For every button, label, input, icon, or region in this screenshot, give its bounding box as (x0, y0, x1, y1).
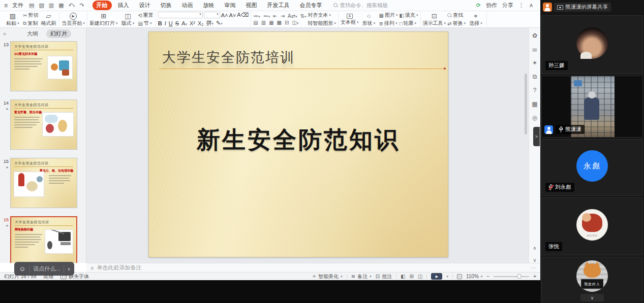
columns-button[interactable]: ◫▾ (292, 20, 298, 25)
font-color-button[interactable]: A▾ (181, 20, 187, 26)
textbox-button[interactable]: A 文本框▾ (341, 14, 359, 25)
tab-outline-view[interactable]: 大纲 (23, 29, 42, 38)
numbering-button[interactable]: ≕▾ (263, 13, 270, 19)
section-button[interactable]: ▤节▾ (138, 20, 153, 27)
share-button[interactable]: 分享 (502, 2, 513, 9)
slide-thumbnail-16-selected[interactable]: 16 ★ 大学生安全防范培训 网络购物诈骗 (2, 216, 83, 263)
tab-view[interactable]: 视图 (242, 1, 261, 10)
normal-view-button[interactable]: ◧ (401, 274, 405, 279)
new-slide-button[interactable]: ⊞ 新建幻灯片▾ (89, 13, 118, 26)
highlight-button[interactable]: ✎▾ (216, 20, 223, 26)
align-text-button[interactable]: 对齐文本▾ (308, 12, 336, 19)
reset-button[interactable]: ⟲重置 (138, 12, 153, 19)
duplicate-panel-icon[interactable]: ⧉ (533, 73, 537, 80)
meeting-chat-bar[interactable]: ☺ 说点什么... ‹ (14, 262, 74, 276)
zoom-slider-knob[interactable] (517, 274, 522, 279)
bold-button[interactable]: B (158, 20, 162, 26)
line-spacing-button[interactable]: ⇅▾ (300, 13, 306, 19)
cut-button[interactable]: ✂剪切 (23, 12, 38, 19)
tab-design[interactable]: 设计 (135, 1, 155, 10)
slide-sorter-view-button[interactable]: ⊞ (410, 274, 414, 279)
bullets-button[interactable]: ≔▾ (253, 13, 260, 19)
format-painter-button[interactable]: ▱ 格式刷 (40, 13, 57, 26)
screen-share-label-chip[interactable]: 熊潇潇的屏幕共享 (554, 3, 611, 12)
participant-tile[interactable]: 孙三媛 (541, 15, 643, 74)
export-icon[interactable]: ▧ (39, 2, 44, 9)
clear-format-button[interactable]: A⌫ (237, 12, 249, 18)
slideshow-play-button[interactable]: ▶ (431, 273, 442, 280)
tab-insert[interactable]: 插入 (114, 1, 133, 10)
next-slide-button[interactable]: ∨ (533, 257, 536, 263)
arrange-button[interactable]: ≣排列▾ (379, 20, 398, 27)
participant-tile-video[interactable]: 熊潇潇 (541, 76, 643, 138)
slide-thumbnail-14[interactable]: 14 ★ 大学生安全防范培训 冒充民警、医生诈骗 (2, 99, 83, 150)
comments-button[interactable]: ⊡批注 (376, 273, 392, 280)
superscript-button[interactable]: X² (190, 20, 195, 26)
increase-indent-button[interactable]: ⇥ (281, 13, 285, 19)
collaborate-button[interactable]: 协作 (486, 2, 497, 9)
notes-toggle-button[interactable]: ≋备注▾ (351, 273, 372, 280)
image-panel-icon[interactable]: ▦ (532, 100, 537, 108)
copy-button[interactable]: ⧉复制 (23, 20, 38, 27)
align-right-button[interactable]: ▦ (269, 20, 273, 25)
notes-more-icon[interactable]: ⋯ (531, 264, 536, 271)
participant-tile[interactable]: 永彪 刘永彪 (541, 139, 643, 196)
font-name-combobox[interactable] (158, 12, 203, 18)
redo-icon[interactable]: ↷ (79, 2, 84, 9)
beautify-panel-icon[interactable]: ✶ (532, 59, 537, 66)
notes-bar[interactable]: ≡ 单击此处添加备注 ⋯ (86, 263, 540, 272)
slide-thumbnail-15[interactable]: 15 ★ 大学生安全防范培训 冒充公、检、法电话诈骗 (2, 158, 83, 208)
web-panel-icon[interactable]: ◎ (532, 114, 537, 121)
layout-button[interactable]: ◫ 版式▾ (119, 13, 136, 26)
slide-editing-canvas[interactable]: 大学生安全防范培训 新生安全防范知识 (86, 28, 529, 263)
slideshow-play-caret[interactable]: ▾ (446, 275, 448, 279)
emoji-icon[interactable]: ☺ (19, 265, 25, 273)
command-search[interactable]: 查找命令、搜索模板 (333, 2, 388, 9)
tab-slides-view[interactable]: 幻灯片 (46, 29, 71, 38)
underline-button[interactable]: U (169, 20, 173, 26)
distribute-button[interactable]: ⊟ (285, 20, 289, 25)
tab-home[interactable]: 开始 (93, 1, 112, 10)
tab-transition[interactable]: 切换 (157, 1, 176, 10)
collapse-panel-button[interactable]: « (3, 30, 6, 37)
slide-title-text[interactable]: 大学生安全防范培训 (162, 48, 295, 66)
replace-button[interactable]: ⇄替换▾ (447, 20, 466, 27)
decrease-indent-button[interactable]: ⇤ (273, 13, 277, 19)
tab-animation[interactable]: 动画 (178, 1, 197, 10)
present-tools-button[interactable]: ⊡ 演示工具▾ (423, 13, 446, 26)
zoom-in-button[interactable]: + (533, 274, 536, 279)
hamburger-menu-icon[interactable]: ≡ (4, 2, 8, 9)
print-icon[interactable]: ▥ (49, 2, 54, 9)
smart-beautify-button[interactable]: ✧智能美化▾ (312, 273, 343, 280)
shape-outline-button[interactable]: □轮廓▾ (400, 20, 418, 27)
preview-icon[interactable]: ▦ (58, 2, 64, 9)
shapes-button[interactable]: ○ 形状▾ (360, 13, 378, 26)
font-size-combobox[interactable] (204, 12, 220, 18)
chat-input-placeholder[interactable]: 说点什么... (33, 265, 60, 273)
tab-member[interactable]: 会员专享 (296, 1, 326, 10)
collapse-chat-icon[interactable]: ‹ (68, 265, 70, 273)
italic-button[interactable]: I (165, 20, 166, 26)
tab-review[interactable]: 审阅 (221, 1, 240, 10)
tab-slideshow[interactable]: 放映 (199, 1, 219, 10)
subscript-button[interactable]: X₂ (198, 20, 204, 26)
align-left-button[interactable]: ▤ (253, 20, 258, 25)
justify-button[interactable]: ▩ (277, 20, 282, 25)
play-from-current-button[interactable]: ▶ 当页开始▾ (62, 13, 85, 26)
help-panel-icon[interactable]: ? (533, 87, 537, 94)
picture-button[interactable]: ▦图片▾ (379, 12, 398, 19)
collapse-ribbon-icon[interactable]: ∧ (529, 2, 533, 9)
undo-icon[interactable]: ↶▾ (69, 2, 75, 9)
convert-smartart-button[interactable]: 转智能图形▾ (308, 20, 336, 27)
paste-button[interactable]: ▨ 粘贴▾ (4, 13, 21, 26)
shrink-font-button[interactable]: A˅ (229, 12, 236, 18)
tab-devtools[interactable]: 开发工具 (263, 1, 294, 10)
text-direction-button[interactable]: A⇄▾ (288, 13, 297, 19)
reading-view-button[interactable]: ◫ (418, 274, 422, 279)
slide-body-text[interactable]: 新生安全防范知识 (149, 124, 448, 156)
canvas-scrollbar[interactable] (525, 74, 527, 134)
style-panel-icon[interactable]: ✿ (532, 32, 537, 39)
zoom-slider[interactable] (494, 276, 529, 277)
more-icon[interactable]: ⋮ (518, 2, 524, 9)
save-icon[interactable]: ▤ (29, 2, 34, 9)
